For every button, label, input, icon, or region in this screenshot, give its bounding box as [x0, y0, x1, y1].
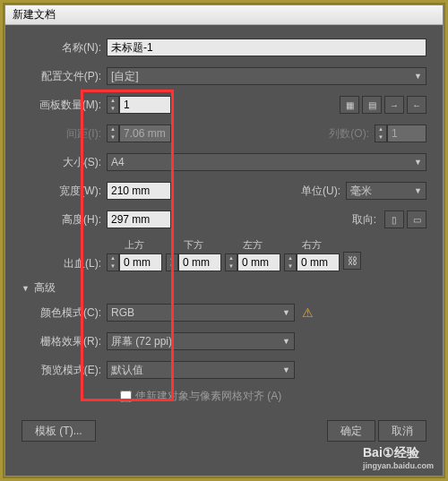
chevron-down-icon: ▼ — [414, 158, 422, 167]
chevron-down-icon: ▼ — [282, 337, 290, 346]
ok-button[interactable]: 确定 — [327, 420, 375, 442]
bleed-link-icon[interactable]: ⛓ — [343, 252, 361, 270]
preview-label: 预览模式(E): — [22, 363, 107, 378]
preview-dropdown[interactable]: 默认值▼ — [107, 361, 295, 379]
spacing-spinner: ▲▼ — [107, 125, 171, 142]
units-label: 单位(U): — [283, 184, 346, 199]
layout-icon-2[interactable]: ▤ — [362, 96, 382, 114]
align-pixel-label: 使新建对象与像素网格对齐 (A) — [135, 389, 281, 404]
profile-dropdown[interactable]: [自定]▼ — [107, 67, 426, 85]
height-input[interactable] — [107, 210, 171, 228]
advanced-section[interactable]: ▼ 高级 — [22, 280, 426, 296]
colormode-label: 颜色模式(C): — [22, 305, 107, 321]
artboard-count-spinner[interactable]: ▲▼ — [107, 96, 171, 114]
profile-label: 配置文件(P): — [22, 69, 107, 84]
disclosure-triangle-icon: ▼ — [22, 284, 30, 293]
name-label: 名称(N): — [22, 40, 107, 56]
orient-label: 取向: — [319, 212, 382, 228]
name-input[interactable] — [107, 39, 426, 56]
cancel-button[interactable]: 取消 — [378, 420, 426, 442]
chevron-down-icon: ▼ — [414, 72, 422, 81]
chevron-down-icon: ▼ — [414, 186, 422, 195]
bleed-right-spinner[interactable]: ▲▼ — [284, 253, 340, 271]
template-button[interactable]: 模板 (T)... — [22, 420, 96, 442]
layout-icon-3[interactable]: → — [384, 96, 404, 114]
colormode-dropdown[interactable]: RGB▼ — [107, 304, 295, 322]
titlebar: 新建文档 — [5, 5, 443, 25]
bleed-right-label: 右方 — [284, 238, 340, 252]
width-input[interactable] — [107, 182, 171, 200]
bleed-left-spinner[interactable]: ▲▼ — [225, 253, 280, 271]
bleed-bottom-label: 下方 — [166, 238, 221, 252]
chevron-down-icon: ▼ — [282, 365, 290, 374]
bleed-bottom-spinner[interactable]: ▲▼ — [166, 253, 221, 271]
layout-icon-1[interactable]: ▦ — [340, 96, 359, 114]
bleed-top-spinner[interactable]: ▲▼ — [107, 253, 162, 271]
cols-label: 列数(O): — [312, 126, 375, 142]
align-pixel-checkbox[interactable] — [120, 391, 132, 402]
cols-spinner: ▲▼ — [375, 125, 426, 142]
watermark: Bai①经验 jingyan.baidu.com — [363, 445, 434, 470]
size-label: 大小(S): — [22, 155, 107, 170]
units-dropdown[interactable]: 毫米▼ — [346, 182, 426, 200]
warning-icon: ⚠ — [302, 305, 314, 320]
spacing-label: 间距(I): — [22, 126, 107, 142]
layout-icon-4[interactable]: ← — [407, 96, 426, 114]
chevron-down-icon: ▼ — [282, 308, 290, 317]
size-dropdown[interactable]: A4▼ — [107, 153, 426, 171]
portrait-icon[interactable]: ▯ — [384, 210, 404, 228]
artboard-count-label: 画板数量(M): — [22, 98, 107, 113]
raster-dropdown[interactable]: 屏幕 (72 ppi)▼ — [107, 332, 295, 350]
bleed-top-label: 上方 — [107, 238, 162, 252]
height-label: 高度(H): — [22, 212, 107, 228]
landscape-icon[interactable]: ▭ — [407, 210, 426, 228]
bleed-left-label: 左方 — [225, 238, 280, 252]
raster-label: 栅格效果(R): — [22, 334, 107, 349]
width-label: 宽度(W): — [22, 184, 107, 199]
bleed-label: 出血(L): — [22, 256, 107, 271]
